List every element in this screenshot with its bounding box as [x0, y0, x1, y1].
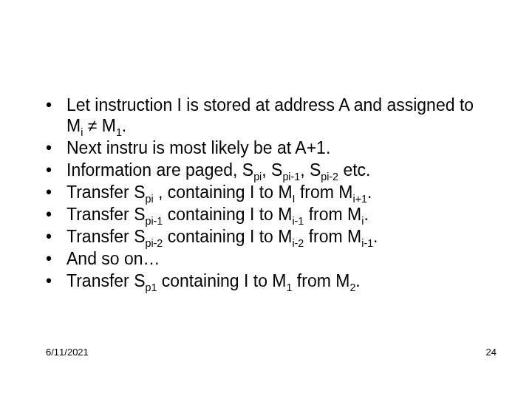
bullet-list: Let instruction I is stored at address A… — [46, 95, 489, 293]
footer-date: 6/11/2021 — [46, 347, 89, 358]
list-item: Next instru is most likely be at A+1. — [46, 137, 489, 158]
list-item: Transfer Spi-2 containing I to Mi-2 from… — [46, 226, 489, 247]
slide: Let instruction I is stored at address A… — [0, 0, 532, 399]
list-item: Information are paged, Spi, Spi-1, Spi-2… — [46, 160, 489, 180]
list-item: Transfer Sp1 containing I to M1 from M2. — [46, 270, 489, 291]
list-item: Transfer Spi , containing I to MI from M… — [46, 182, 489, 202]
list-item: Let instruction I is stored at address A… — [46, 95, 489, 136]
footer-page-number: 24 — [486, 347, 497, 358]
list-item: And so on… — [46, 248, 489, 269]
list-item: Transfer Spi-1 containing I to Mi-1 from… — [46, 204, 489, 225]
